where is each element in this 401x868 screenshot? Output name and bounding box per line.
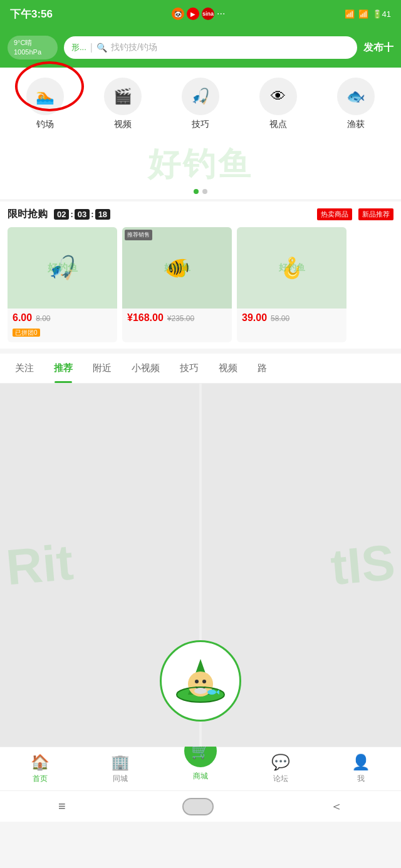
forum-label: 论坛	[273, 774, 288, 784]
sina-app-icon: sina	[202, 8, 214, 20]
price-row-3: 39.00 58.00	[242, 312, 341, 324]
countdown-hours: 02	[54, 209, 69, 220]
product-list: 好钓鱼 🎣 6.00 8.00 已拼团0 好钓鱼 🐠	[8, 227, 393, 349]
category-video[interactable]: 🎬 视频	[91, 78, 154, 130]
tongcheng-label: 同城	[113, 774, 128, 784]
category-shidian[interactable]: 👁 视点	[247, 78, 310, 130]
status-bar: 下午3:56 🐼 ▶ sina ··· 📶 📶 🔋41	[0, 0, 401, 28]
mascot-area	[160, 640, 241, 722]
diaochang-label: 钓场	[36, 119, 54, 130]
product-label-2: 推荐销售	[125, 230, 152, 240]
current-price-3: 39.00	[242, 312, 267, 324]
home-button[interactable]	[182, 798, 214, 815]
signal-icons: 📶 📶 🔋41	[345, 9, 391, 19]
watermark-text: 好钓鱼	[0, 143, 401, 186]
app-icons: 🐼 ▶ sina ···	[172, 8, 225, 20]
publish-button[interactable]: 发布十	[363, 41, 393, 54]
mall-label: 商城	[193, 771, 208, 782]
original-price-1: 8.00	[36, 314, 50, 323]
category-section: 🏊 钓场 🎬 视频 🎣 技巧 👁 视点 🐟 渔获	[0, 68, 401, 138]
new-tag[interactable]: 新品推荐	[358, 208, 393, 220]
product-card-2[interactable]: 好钓鱼 🐠 推荐销售 ¥168.00 ¥235.00	[122, 227, 232, 342]
product-watermark-2: 好钓鱼	[164, 262, 190, 273]
original-price-2: ¥235.00	[167, 314, 194, 323]
original-price-3: 58.00	[271, 314, 289, 323]
wifi-icon: 📶	[358, 9, 368, 19]
weather-widget[interactable]: 9°C晴 1005hPa	[8, 36, 58, 60]
nav-tongcheng[interactable]: 🏢 同城	[80, 753, 160, 784]
flash-sale-section: 限时抢购 02 : 03 : 18 热卖商品 新品推荐 好钓鱼 🎣	[0, 202, 401, 349]
product-card-1[interactable]: 好钓鱼 🎣 6.00 8.00 已拼团0	[8, 227, 117, 342]
flash-sale-header: 限时抢购 02 : 03 : 18 热卖商品 新品推荐	[8, 208, 393, 221]
product-watermark-1: 好钓鱼	[48, 262, 78, 275]
category-row: 🏊 钓场 🎬 视频 🎣 技巧 👁 视点 🐟 渔获	[0, 78, 401, 130]
tongcheng-icon: 🏢	[111, 753, 130, 771]
status-time: 下午3:56	[10, 7, 53, 21]
price-row-2: ¥168.00 ¥235.00	[127, 312, 227, 324]
forum-icon: 💬	[271, 753, 290, 771]
svg-point-4	[202, 680, 206, 683]
tab-video[interactable]: 视频	[209, 354, 247, 383]
product-image-2: 好钓鱼 🐠 推荐销售	[122, 227, 232, 309]
panda-app-icon: 🐼	[172, 8, 184, 20]
svg-point-3	[195, 680, 199, 683]
signal-icon: 📶	[345, 9, 355, 19]
mascot-svg	[169, 650, 232, 712]
search-placeholder: 找钓技/钓场	[111, 42, 157, 53]
pressure: 1005hPa	[14, 48, 51, 57]
tab-jiqiao[interactable]: 技巧	[170, 354, 209, 383]
category-diaochang[interactable]: 🏊 钓场	[14, 78, 76, 130]
yuhuo-icon: 🐟	[337, 78, 375, 115]
svg-point-5	[194, 688, 207, 694]
dot-2	[202, 189, 207, 194]
search-divider: |	[90, 42, 93, 53]
shidian-icon: 👁	[259, 78, 297, 115]
search-bar[interactable]: 形... | 🔍 找钓技/钓场	[64, 36, 357, 59]
menu-button[interactable]: ≡	[58, 799, 66, 814]
category-jiqiao[interactable]: 🎣 技巧	[169, 78, 232, 130]
battery-icon: 🔋41	[372, 9, 391, 19]
back-button[interactable]: ＜	[330, 798, 343, 815]
product-watermark-3: 好钓鱼	[279, 262, 305, 273]
nav-home[interactable]: 🏠 首页	[0, 753, 80, 784]
me-icon: 👤	[352, 753, 370, 771]
shidian-label: 视点	[269, 119, 287, 130]
mascot-logo	[160, 640, 241, 722]
diaochang-icon: 🏊	[26, 78, 64, 115]
user-avatar-label: 形...	[71, 42, 86, 53]
bottom-nav: 🏠 首页 🏢 同城 🛒 商城 💬 论坛 👤 我	[0, 747, 401, 790]
product-info-1: 6.00 8.00 已拼团0	[8, 309, 117, 342]
yuhuo-label: 渔获	[347, 119, 365, 130]
jiqiao-label: 技巧	[192, 119, 209, 130]
tab-tuijian[interactable]: 推荐	[44, 354, 83, 383]
current-price-1: 6.00	[13, 312, 32, 324]
temperature: 9°C晴	[14, 38, 51, 48]
video-app-icon: ▶	[187, 8, 199, 20]
product-image-3: 好钓鱼 🪝	[237, 227, 346, 309]
nav-mall[interactable]: 🛒 商城	[160, 750, 241, 782]
video-icon: 🎬	[104, 78, 142, 115]
product-info-3: 39.00 58.00	[237, 309, 346, 329]
price-row-1: 6.00 8.00	[13, 312, 112, 324]
nav-me[interactable]: 👤 我	[321, 753, 401, 784]
tab-lu[interactable]: 路	[247, 354, 277, 383]
product-card-3[interactable]: 好钓鱼 🪝 39.00 58.00	[237, 227, 346, 342]
video-label: 视频	[114, 119, 132, 130]
flash-sale-title: 限时抢购	[8, 208, 48, 221]
current-price-2: ¥168.00	[127, 312, 164, 324]
countdown-sep2: :	[91, 210, 93, 219]
tab-xiaovideo[interactable]: 小视频	[122, 354, 170, 383]
nav-forum[interactable]: 💬 论坛	[241, 753, 321, 784]
feed-text-right: tIS	[328, 534, 397, 597]
product-image-1: 好钓鱼 🎣	[8, 227, 117, 309]
system-bar: ≡ ＜	[0, 790, 401, 822]
countdown-seconds: 18	[95, 209, 110, 220]
home-label: 首页	[33, 774, 48, 784]
home-icon: 🏠	[31, 753, 49, 771]
banner-area: 好钓鱼	[0, 138, 401, 199]
countdown-minutes: 03	[75, 209, 90, 220]
hot-tag[interactable]: 热卖商品	[317, 208, 352, 220]
tab-fujin[interactable]: 附近	[83, 354, 122, 383]
tab-guanzhu[interactable]: 关注	[5, 354, 44, 383]
category-yuhuo[interactable]: 🐟 渔获	[325, 78, 387, 130]
